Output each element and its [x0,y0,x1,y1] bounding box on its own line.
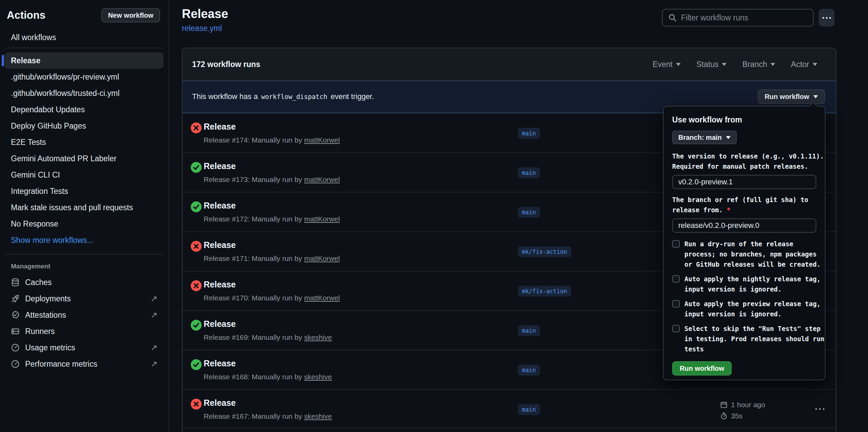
run-title-link[interactable]: Release [204,319,236,329]
version-field-description: The version to release (e.g., v0.1.11). … [672,151,816,171]
sidebar-item-no-response[interactable]: No Response [5,216,164,232]
active-indicator-bar [2,55,4,66]
sidebar-item-gemini-cli-ci[interactable]: Gemini CLI CI [5,167,164,183]
workflow-file-link[interactable]: release.yml [182,24,222,33]
failure-icon [191,122,202,133]
dry-run-checkbox-group: Run a dry-run of the release process; no… [672,239,816,269]
sidebar-item-deployments[interactable]: Deployments ↗ [5,290,164,307]
calendar-icon [720,401,728,409]
required-asterisk: * [727,206,730,214]
skip-tests-checkbox[interactable] [672,325,680,332]
run-title-link[interactable]: Release [204,359,236,368]
branch-badge[interactable]: main [518,128,540,139]
branch-badge[interactable]: mk/fix-action [518,246,571,257]
run-title-link[interactable]: Release [204,201,236,211]
run-title-link[interactable]: Release [204,122,236,132]
sidebar-item-mark-stale[interactable]: Mark stale issues and pull requests [5,199,164,216]
actor-link[interactable]: mattKorwel [304,176,340,183]
run-workflow-dialog: Use workflow from Branch: main The versi… [663,106,826,380]
branch-filter-dropdown[interactable]: Branch [742,60,775,69]
sidebar-item-integration-tests[interactable]: Integration Tests [5,183,164,199]
actor-filter-dropdown[interactable]: Actor [791,60,817,69]
branch-badge[interactable]: main [518,325,540,336]
sidebar-item-e2e-tests[interactable]: E2E Tests [5,134,164,150]
run-title-link[interactable]: Release [204,398,236,408]
show-more-workflows-link[interactable]: Show more workflows... [5,232,164,248]
run-description: Release #168: Manually run byskeshive [204,373,332,381]
actor-link[interactable]: mattKorwel [304,215,340,223]
sidebar-item-pr-review[interactable]: .github/workflows/pr-review.yml [5,69,164,85]
run-description: Release #167: Manually run byskeshive [204,412,332,420]
branch-badge[interactable]: main [518,207,540,218]
sidebar-item-dependabot-updates[interactable]: Dependabot Updates [5,101,164,118]
run-title-link[interactable]: Release [204,161,236,171]
runs-panel-header: 172 workflow runs Event Status Branch Ac… [183,48,836,80]
run-description: Release #169: Manually run byskeshive [204,333,332,342]
sidebar-item-deploy-github-pages[interactable]: Deploy GitHub Pages [5,118,164,134]
chevron-down-icon [813,95,818,98]
filter-runs-searchbox[interactable] [662,9,814,27]
actor-link[interactable]: skeshive [304,412,332,420]
sidebar-divider [5,254,164,254]
sidebar-item-release[interactable]: Release [5,52,164,69]
failure-icon [191,241,202,252]
run-description: Release #172: Manually run bymattKorwel [204,215,340,223]
version-input[interactable] [672,175,816,189]
external-link-icon: ↗ [151,343,157,352]
meter-icon [11,360,20,368]
run-time: 1 hour ago [731,401,765,409]
sidebar-divider [5,48,164,48]
actor-link[interactable]: skeshive [304,333,332,341]
sidebar-title: Actions [7,9,46,21]
nightly-tag-checkbox[interactable] [672,275,680,283]
run-title-link[interactable]: Release [204,280,236,289]
run-options-kebab[interactable] [815,408,824,410]
run-workflow-submit-button[interactable]: Run workflow [672,361,732,376]
sidebar-item-trusted-ci[interactable]: .github/workflows/trusted-ci.yml [5,85,164,101]
actor-link[interactable]: skeshive [304,373,332,381]
filter-runs-input[interactable] [681,13,807,22]
branch-badge[interactable]: mk/fix-action [518,286,571,297]
branch-selector-dropdown[interactable]: Branch: main [672,131,737,144]
external-link-icon: ↗ [151,359,157,369]
workflow-options-kebab-button[interactable] [819,9,834,27]
management-section-label: Management [0,263,168,270]
page-title: Release [182,7,228,21]
success-icon [191,201,202,212]
sidebar-item-runners[interactable]: Runners [5,323,164,339]
sidebar-item-attestations[interactable]: Attestations ↗ [5,307,164,323]
verified-icon [11,311,20,319]
branch-badge[interactable]: main [518,404,540,415]
run-count-label: 172 workflow runs [192,60,260,69]
event-filter-dropdown[interactable]: Event [652,60,681,69]
actor-link[interactable]: mattKorwel [304,136,340,144]
sidebar-item-gemini-pr-labeler[interactable]: Gemini Automated PR Labeler [5,150,164,167]
run-title-link[interactable]: Release [204,240,236,250]
sidebar-item-performance-metrics[interactable]: Performance metrics ↗ [5,356,164,372]
success-icon [191,320,202,331]
dry-run-checkbox[interactable] [672,240,680,248]
branch-badge[interactable]: main [518,167,540,178]
stopwatch-icon [720,412,728,420]
run-description: Release #174: Manually run bymattKorwel [204,136,340,144]
sidebar-item-all-workflows[interactable]: All workflows [5,29,164,46]
ref-input[interactable] [672,218,816,233]
branch-badge[interactable]: main [518,365,540,376]
sidebar-item-usage-metrics[interactable]: Usage metrics ↗ [5,339,164,356]
new-workflow-button[interactable]: New workflow [101,8,160,22]
dialog-title: Use workflow from [672,115,816,124]
status-filter-dropdown[interactable]: Status [696,60,727,69]
preview-tag-checkbox[interactable] [672,300,680,308]
server-icon [11,327,20,336]
actor-link[interactable]: mattKorwel [304,294,340,302]
run-description: Release #173: Manually run bymattKorwel [204,176,340,184]
run-description: Release #171: Manually run bymattKorwel [204,254,340,263]
sidebar-item-caches[interactable]: Caches [5,274,164,290]
success-icon [191,359,202,370]
failure-icon [191,280,202,291]
chevron-down-icon [722,63,727,66]
failure-icon [191,399,202,410]
run-workflow-dropdown-button[interactable]: Run workflow [758,89,825,104]
run-description: Release #170: Manually run bymattKorwel [204,294,340,302]
actor-link[interactable]: mattKorwel [304,254,340,262]
